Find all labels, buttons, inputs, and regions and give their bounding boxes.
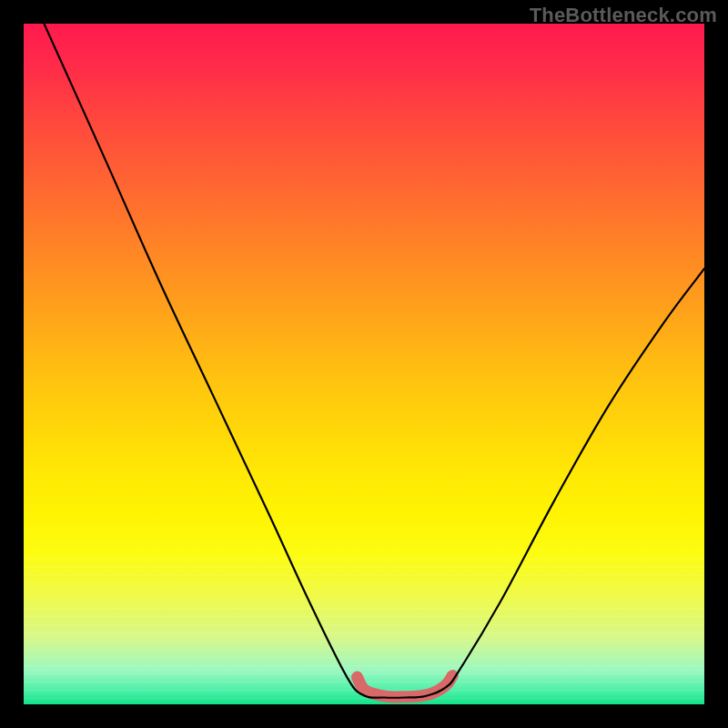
- bottleneck-curve: [44, 24, 704, 698]
- chart-frame: TheBottleneck.com: [0, 0, 728, 728]
- curve-layer: [24, 24, 704, 704]
- watermark-text: TheBottleneck.com: [530, 4, 717, 27]
- sweet-spot-band: [358, 676, 453, 697]
- plot-area: [24, 24, 704, 704]
